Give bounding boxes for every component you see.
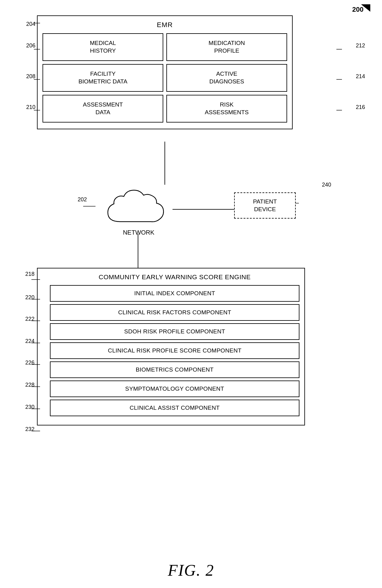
emr-cell-medical-history: MEDICALHISTORY bbox=[43, 33, 163, 61]
ref-222: 222 bbox=[25, 316, 35, 322]
ref-240: 240 bbox=[322, 182, 331, 188]
ref-220: 220 bbox=[25, 294, 35, 301]
ref-202: 202 bbox=[78, 196, 87, 203]
cews-sdoh-risk-profile: SDOH RISK PROFILE COMPONENT bbox=[50, 323, 299, 340]
emr-title: EMR bbox=[43, 21, 287, 29]
cloud-icon bbox=[102, 182, 176, 231]
emr-cell-risk-assessments: RISKASSESSMENTS bbox=[166, 95, 287, 123]
cews-biometrics: BIOMETRICS COMPONENT bbox=[50, 361, 299, 378]
emr-cell-facility-biometric: FACILITYBIOMETRIC DATA bbox=[43, 64, 163, 92]
ref-210: 210 bbox=[26, 104, 35, 111]
diagram-container: 200 EMR MEDICALHISTORY MEDICATIONPROFILE… bbox=[0, 0, 382, 588]
ref-230: 230 bbox=[25, 404, 35, 410]
ref-triangle-200 bbox=[361, 4, 370, 12]
ref-226: 226 bbox=[25, 360, 35, 366]
cews-clinical-risk-profile-score: CLINICAL RISK PROFILE SCORE COMPONENT bbox=[50, 342, 299, 359]
cews-clinical-risk-factors: CLINICAL RISK FACTORS COMPONENT bbox=[50, 304, 299, 321]
ref-216: 216 bbox=[356, 104, 365, 111]
ref-228: 228 bbox=[25, 382, 35, 388]
ref-204: 204 bbox=[26, 21, 35, 27]
cews-title: COMMUNITY EARLY WARNING SCORE ENGINE bbox=[50, 273, 299, 281]
cews-symptomatology: SYMPTOMATOLOGY COMPONENT bbox=[50, 381, 299, 397]
ref-208: 208 bbox=[26, 73, 35, 80]
ref-206: 206 bbox=[26, 42, 35, 49]
ref-212: 212 bbox=[356, 42, 365, 49]
cews-engine-box: COMMUNITY EARLY WARNING SCORE ENGINE INI… bbox=[37, 268, 305, 425]
ref-218: 218 bbox=[25, 271, 35, 277]
svg-marker-0 bbox=[361, 4, 370, 12]
ref-214: 214 bbox=[356, 73, 365, 80]
emr-cell-active-diagnoses: ACTIVEDIAGNOSES bbox=[166, 64, 287, 92]
emr-cell-assessment-data: ASSESSMENTDATA bbox=[43, 95, 163, 123]
network-container: NETWORK bbox=[96, 182, 182, 236]
figure-caption: FIG. 2 bbox=[168, 561, 214, 579]
cews-initial-index: INITIAL INDEX COMPONENT bbox=[50, 285, 299, 302]
cews-clinical-assist: CLINICAL ASSIST COMPONENT bbox=[50, 400, 299, 416]
emr-box: EMR MEDICALHISTORY MEDICATIONPROFILE FAC… bbox=[37, 15, 293, 129]
ref-232: 232 bbox=[25, 426, 35, 433]
ref-224: 224 bbox=[25, 338, 35, 344]
patient-device-box: PATIENTDEVICE bbox=[234, 192, 296, 219]
emr-cell-medication-profile: MEDICATIONPROFILE bbox=[166, 33, 287, 61]
emr-grid: MEDICALHISTORY MEDICATIONPROFILE FACILIT… bbox=[43, 33, 287, 123]
